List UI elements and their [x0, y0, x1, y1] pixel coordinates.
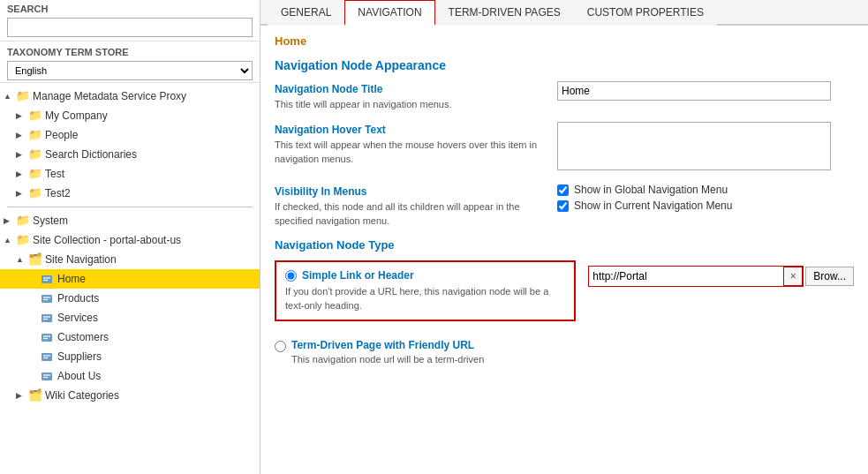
folder-icon: 📁	[16, 232, 30, 248]
term-driven-title: Term-Driven Page with Friendly URL	[291, 339, 484, 351]
tree-item-label-products: Products	[57, 290, 99, 306]
expander-wiki-categories[interactable]: ▶	[16, 387, 28, 403]
tree-item-label-test2: Test2	[45, 185, 71, 201]
tree-item-system[interactable]: ▶📁System	[0, 211, 260, 230]
visibility-label: Visibility In Menus	[275, 185, 557, 198]
nav-item-icon	[41, 329, 55, 345]
nav-item-icon	[41, 349, 55, 365]
hover-text-input[interactable]	[557, 122, 831, 170]
node-title-desc: This title will appear in navigation men…	[275, 98, 557, 111]
tree-item-label-my-company: My Company	[45, 108, 108, 124]
left-panel: SEARCH TAXONOMY TERM STORE English ▲📁Man…	[0, 0, 260, 474]
tree-item-label-site-collection: Site Collection - portal-about-us	[33, 232, 181, 248]
expander-search-dicts[interactable]: ▶	[16, 147, 28, 162]
nav-folder-icon: 🗂️	[28, 387, 42, 403]
node-title-input[interactable]	[557, 81, 831, 101]
simple-link-group: Simple Link or Header If you don't provi…	[275, 260, 854, 330]
tree-item-label-suppliers: Suppliers	[57, 349, 102, 365]
tab-general[interactable]: GENERAL	[268, 0, 344, 26]
tab-custom-properties[interactable]: CUSTOM PROPERTIES	[574, 0, 717, 26]
tree-item-label-system: System	[33, 213, 68, 229]
expander-test[interactable]: ▶	[16, 166, 28, 182]
visibility-group: Visibility In Menus If checked, this nod…	[275, 184, 854, 228]
tree-item-manage-metadata[interactable]: ▲📁Manage Metadata Service Proxy	[0, 87, 260, 106]
search-input[interactable]	[7, 18, 253, 37]
breadcrumb-title: Home	[275, 34, 854, 48]
expander-site-collection[interactable]: ▲	[4, 232, 16, 248]
tree-item-label-about-us: About Us	[57, 368, 101, 384]
appearance-heading: Navigation Node Appearance	[275, 58, 854, 72]
url-input[interactable]	[589, 267, 783, 286]
term-driven-content: Term-Driven Page with Friendly URL This …	[291, 339, 484, 365]
search-section: SEARCH	[0, 0, 260, 41]
tree-item-people[interactable]: ▶📁People	[0, 125, 260, 145]
hover-text-desc: This text will appear when the mouse hov…	[275, 139, 557, 166]
expander-test2[interactable]: ▶	[16, 185, 28, 201]
term-driven-radio[interactable]	[275, 341, 286, 352]
visibility-label-col: Visibility In Menus If checked, this nod…	[275, 184, 557, 228]
tree-item-search-dicts[interactable]: ▶📁Search Dictionaries	[0, 145, 260, 164]
tree-item-label-home: Home	[57, 271, 86, 287]
expander-my-company[interactable]: ▶	[16, 108, 28, 124]
taxonomy-section: TAXONOMY TERM STORE English	[0, 41, 260, 83]
tree-item-test[interactable]: ▶📁Test	[0, 164, 260, 184]
tree-item-wiki-categories[interactable]: ▶🗂️Wiki Categories	[0, 386, 260, 405]
hover-text-control	[557, 122, 854, 173]
tree-item-my-company[interactable]: ▶📁My Company	[0, 106, 260, 125]
tree-item-site-collection[interactable]: ▲📁Site Collection - portal-about-us	[0, 230, 260, 250]
folder-icon: 📁	[28, 185, 42, 201]
tab-term-driven-pages[interactable]: TERM-DRIVEN PAGES	[435, 0, 574, 26]
visibility-control: Show in Global Navigation Menu Show in C…	[557, 184, 854, 215]
tree-item-label-search-dicts: Search Dictionaries	[45, 147, 137, 162]
simple-link-desc: If you don't provide a URL here, this na…	[285, 285, 565, 312]
tree-item-services[interactable]: Services	[0, 308, 260, 327]
visibility-desc: If checked, this node and all its childr…	[275, 200, 557, 228]
node-title-control	[557, 81, 854, 101]
folder-icon: 📁	[16, 213, 30, 229]
svg-rect-6	[42, 314, 52, 322]
expander-people[interactable]: ▶	[16, 127, 28, 143]
tree-item-suppliers[interactable]: Suppliers	[0, 347, 260, 366]
current-nav-checkbox[interactable]	[557, 200, 569, 212]
browse-button[interactable]: Brow...	[805, 267, 854, 286]
global-nav-checkbox-row: Show in Global Navigation Menu	[557, 184, 854, 196]
expander-site-navigation[interactable]: ▲	[16, 252, 28, 267]
tree-item-home[interactable]: Home	[0, 269, 260, 289]
nav-item-icon	[41, 290, 55, 306]
tabs-bar: GENERAL NAVIGATION TERM-DRIVEN PAGES CUS…	[260, 0, 868, 26]
folder-icon: 📁	[28, 147, 42, 162]
clear-button[interactable]: ×	[783, 267, 803, 286]
tree-item-label-services: Services	[57, 310, 98, 326]
nav-item-icon	[41, 310, 55, 326]
svg-rect-0	[42, 275, 52, 283]
simple-link-radio[interactable]	[285, 270, 297, 282]
nav-folder-icon: 🗂️	[28, 252, 42, 267]
expander-system[interactable]: ▶	[4, 213, 16, 229]
simple-link-option: Simple Link or Header If you don't provi…	[275, 260, 576, 321]
simple-link-label-row: Simple Link or Header	[285, 269, 565, 282]
tree-item-customers[interactable]: Customers	[0, 327, 260, 347]
tree-item-about-us[interactable]: About Us	[0, 366, 260, 386]
tree-item-label-people: People	[45, 127, 78, 143]
search-label: SEARCH	[7, 4, 253, 14]
current-nav-label: Show in Current Navigation Menu	[574, 199, 732, 212]
global-nav-checkbox[interactable]	[557, 184, 569, 196]
tree-item-label-manage-metadata: Manage Metadata Service Proxy	[33, 88, 186, 104]
current-nav-checkbox-row: Show in Current Navigation Menu	[557, 199, 854, 212]
right-panel: GENERAL NAVIGATION TERM-DRIVEN PAGES CUS…	[260, 0, 868, 474]
tree-item-products[interactable]: Products	[0, 289, 260, 308]
tree-divider	[7, 207, 253, 207]
language-select[interactable]: English	[7, 61, 253, 80]
nav-item-icon	[41, 271, 55, 287]
simple-link-title: Simple Link or Header	[302, 269, 414, 282]
tree-item-site-navigation[interactable]: ▲🗂️Site Navigation	[0, 250, 260, 269]
expander-manage-metadata[interactable]: ▲	[4, 88, 16, 104]
global-nav-label: Show in Global Navigation Menu	[574, 184, 728, 196]
tree-item-label-site-navigation: Site Navigation	[45, 252, 117, 267]
tree-item-label-test: Test	[45, 166, 64, 182]
svg-rect-15	[42, 372, 52, 380]
tree-item-label-wiki-categories: Wiki Categories	[45, 387, 119, 403]
tree-item-test2[interactable]: ▶📁Test2	[0, 184, 260, 203]
node-title-label-col: Navigation Node Title This title will ap…	[275, 81, 557, 111]
tab-navigation[interactable]: NAVIGATION	[344, 0, 434, 26]
